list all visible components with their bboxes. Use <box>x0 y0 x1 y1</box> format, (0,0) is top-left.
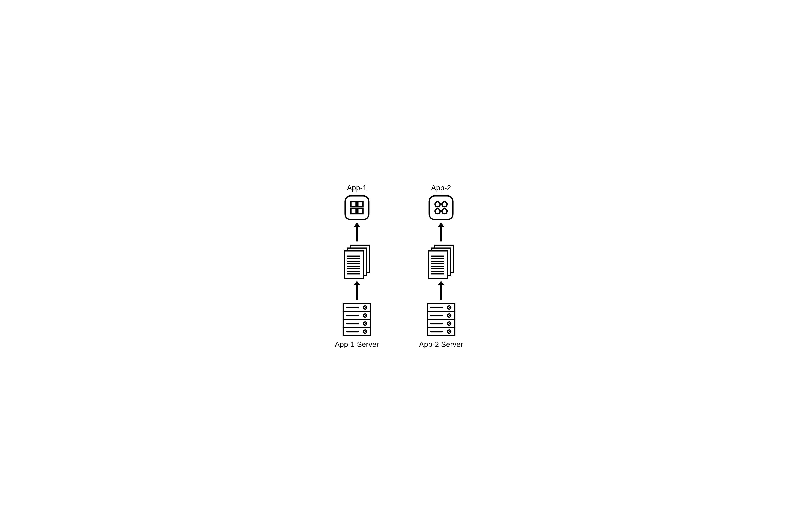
svg-rect-3 <box>351 209 356 214</box>
svg-point-33 <box>365 323 366 324</box>
app-2-bottom-label: App-2 Server <box>419 340 463 348</box>
svg-rect-2 <box>358 202 363 207</box>
svg-point-31 <box>365 315 366 316</box>
up-arrow-icon <box>436 280 446 302</box>
architecture-diagram: App-1 <box>335 182 463 351</box>
documents-icon <box>341 243 373 280</box>
svg-marker-42 <box>438 223 444 227</box>
svg-rect-0 <box>345 196 369 220</box>
svg-point-39 <box>435 209 440 214</box>
svg-point-69 <box>449 323 450 324</box>
column-app-2: App-2 <box>419 182 463 351</box>
svg-point-40 <box>442 209 447 214</box>
svg-rect-36 <box>429 196 453 220</box>
svg-point-67 <box>449 315 450 316</box>
server-rack-icon <box>425 302 457 338</box>
app-1-top-label: App-1 <box>347 184 367 192</box>
up-arrow-icon <box>352 280 362 302</box>
svg-point-37 <box>435 202 440 207</box>
svg-point-71 <box>449 331 450 332</box>
svg-rect-1 <box>351 202 356 207</box>
app-1-bottom-label: App-1 Server <box>335 340 379 348</box>
svg-marker-55 <box>438 281 444 285</box>
circles-app-icon <box>428 194 455 222</box>
svg-point-29 <box>365 307 366 308</box>
svg-point-65 <box>449 307 450 308</box>
column-app-1: App-1 <box>335 182 379 351</box>
up-arrow-icon <box>436 222 446 243</box>
svg-point-38 <box>442 202 447 207</box>
squares-app-icon <box>343 194 370 222</box>
app-2-top-label: App-2 <box>431 184 451 192</box>
svg-rect-4 <box>358 209 363 214</box>
svg-marker-6 <box>354 223 360 227</box>
svg-marker-19 <box>354 281 360 285</box>
up-arrow-icon <box>352 222 362 243</box>
svg-point-35 <box>365 331 366 332</box>
server-rack-icon <box>341 302 373 338</box>
documents-icon <box>425 243 457 280</box>
